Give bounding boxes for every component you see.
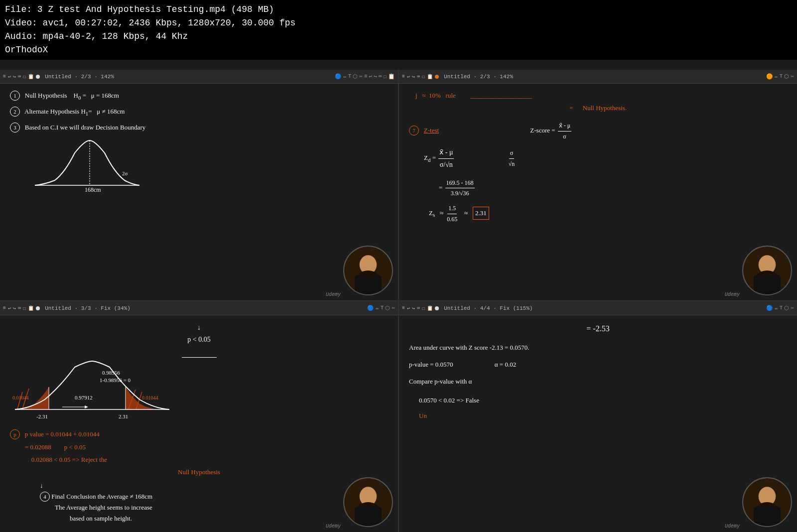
math-content-tl: 1 Null Hypothesis H0 = μ = 168cm 2 Alter… [10, 90, 388, 196]
svg-text:0.01044: 0.01044 [142, 395, 158, 400]
toolbar-icons-tr[interactable]: 🟠✏T⬡✂ [766, 73, 794, 80]
circle-p: p [10, 429, 20, 439]
quadrant-bottom-left: ≡ ↩ ↪ ⌨ ☐ 📋 Untitled · 3/3 · Fix (34%) 🔵… [0, 301, 398, 532]
toolbar-icons-tl[interactable]: 🔵✏T⬡✂≡↩↪⌨☐📋 [335, 73, 395, 80]
svg-rect-35 [754, 507, 781, 526]
svg-text:2σ: 2σ [122, 170, 128, 176]
quadrant-bottom-right: ≡ ↩ ↪ ⌨ ☐ 📋 Untitled · 4/4 · Fix (115%) … [399, 301, 797, 532]
header-info: File: 3 Z test And Hypothesis Testing.mp… [0, 0, 797, 60]
webcam-bl [343, 477, 393, 527]
file-info-line1: File: 3 Z test And Hypothesis Testing.mp… [5, 3, 792, 16]
toolbar-dot-bl-white [36, 306, 40, 310]
svg-text:0.97912: 0.97912 [75, 395, 93, 400]
whiteboard-bottom-right: = -2.53 Area under curve with Z score -2… [399, 315, 797, 532]
toolbar-top-left: ≡ ↩ ↪ ⌨ ☐ 📋 Untitled · 2/3 · 142% 🔵✏T⬡✂≡… [0, 70, 398, 84]
un-text: Un [419, 412, 427, 419]
quadrant-top-right: ≡ ↩ ↪ ⌨ ☐ 📋 Untitled · 2/3 · 142% 🟠✏T⬡✂ … [399, 70, 797, 300]
toolbar-dot-white [36, 75, 40, 79]
boxed-result-tr: 2.31 [473, 207, 489, 220]
quadrant-top-left: ≡ ↩ ↪ ⌨ ☐ 📋 Untitled · 2/3 · 142% 🔵✏T⬡✂≡… [0, 70, 398, 300]
toolbar-title-bl: Untitled · 3/3 · Fix (34%) [45, 305, 131, 311]
webcam-br [742, 477, 792, 527]
circle-1: 1 [10, 91, 20, 101]
toolbar-icons-br[interactable]: 🔵✏T⬡✂ [766, 305, 794, 311]
webcam-tr [742, 246, 792, 295]
quadrant-grid: ≡ ↩ ↪ ⌨ ☐ 📋 Untitled · 2/3 · 142% 🔵✏T⬡✂≡… [0, 70, 797, 532]
svg-rect-7 [355, 275, 382, 294]
svg-text:1-0.98956 = 0: 1-0.98956 = 0 [100, 377, 131, 383]
bell-curve-tl: 168cm 2σ [25, 138, 388, 196]
toolbar-top-right: ≡ ↩ ↪ ⌨ ☐ 📋 Untitled · 2/3 · 142% 🟠✏T⬡✂ [399, 70, 797, 84]
svg-text:2.31: 2.31 [119, 413, 128, 419]
bell-curve-svg-bl: -2.31 2.31 0.97912 0.01044 0.01044 0.989… [10, 360, 179, 424]
math-content-tr: j ≈ 10% rule ___________________ = Null … [409, 90, 787, 224]
svg-text:-2.31: -2.31 [36, 413, 48, 419]
svg-text:168cm: 168cm [85, 186, 101, 193]
circle-4: 4 [40, 492, 50, 502]
svg-text:0.01044: 0.01044 [12, 395, 29, 400]
bell-curve-svg-tl: 168cm 2σ [25, 138, 144, 193]
watermark-tl: Udemy [326, 292, 341, 297]
toolbar-dot-br-white [435, 306, 439, 310]
webcam-tl [343, 246, 393, 295]
math-content-bl: ↓ p < 0.05 [10, 322, 388, 524]
bell-curve-bl-container: -2.31 2.31 0.97912 0.01044 0.01044 0.989… [10, 360, 388, 428]
toolbar-bottom-left: ≡ ↩ ↪ ⌨ ☐ 📋 Untitled · 3/3 · Fix (34%) 🔵… [0, 301, 398, 315]
toolbar-dot-orange [435, 75, 439, 79]
whiteboard-top-right: j ≈ 10% rule ___________________ = Null … [399, 84, 797, 300]
file-info-line2: Video: avc1, 00:27:02, 2436 Kbps, 1280x7… [5, 16, 792, 30]
toolbar-title-tr: Untitled · 2/3 · 142% [444, 74, 513, 80]
watermark-bl: Udemy [326, 524, 341, 529]
svg-rect-11 [754, 275, 781, 294]
file-info-line4: OrThodoX [5, 43, 792, 57]
circle-2: 2 [10, 107, 20, 117]
whiteboard-bottom-left: ↓ p < 0.05 [0, 315, 398, 532]
toolbar-icons-bl[interactable]: 🔵✏T⬡✂ [367, 305, 395, 311]
circle-3: 3 [10, 123, 20, 133]
svg-text:0.98956: 0.98956 [102, 370, 120, 376]
toolbar-title-tl: Untitled · 2/3 · 142% [45, 74, 114, 80]
toolbar-bottom-right: ≡ ↩ ↪ ⌨ ☐ 📋 Untitled · 4/4 · Fix (115%) … [399, 301, 797, 315]
svg-rect-31 [355, 507, 382, 526]
math-content-br: = -2.53 Area under curve with Z score -2… [409, 322, 787, 421]
watermark-tr: Udemy [725, 292, 740, 297]
circle-7: 7 [409, 126, 419, 135]
watermark-br: Udemy [725, 524, 740, 529]
whiteboard-top-left: 1 Null Hypothesis H0 = μ = 168cm 2 Alter… [0, 84, 398, 300]
toolbar-title-br: Untitled · 4/4 · Fix (115%) [444, 305, 532, 311]
svg-marker-27 [85, 405, 88, 408]
file-info-line3: Audio: mp4a-40-2, 128 Kbps, 44 Khz [5, 30, 792, 43]
